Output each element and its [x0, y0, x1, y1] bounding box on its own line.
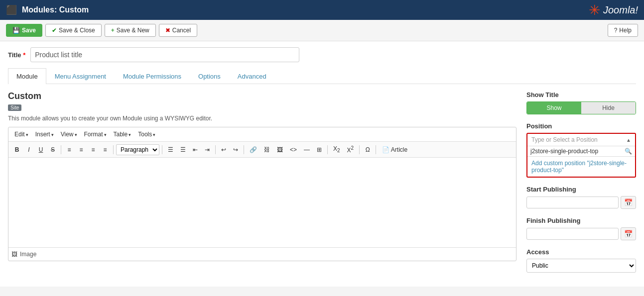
editor-column: Custom Site This module allows you to cr…	[8, 91, 516, 281]
page-title: Modules: Custom	[22, 5, 89, 14]
strikethrough-button[interactable]: S	[47, 144, 58, 155]
unlink-button[interactable]: ⛓	[261, 144, 273, 155]
align-justify-button[interactable]: ≡	[100, 144, 111, 155]
joomla-cube-icon: ⬛	[6, 4, 17, 15]
title-field-label: Title *	[8, 51, 25, 59]
image-label[interactable]: Image	[20, 251, 36, 258]
hr-button[interactable]: —	[301, 144, 313, 155]
help-icon: ?	[614, 27, 618, 34]
image-icon: 🖼	[11, 251, 17, 258]
tab-content: Custom Site This module allows you to cr…	[8, 91, 636, 281]
joomla-star-icon: ✳	[589, 2, 600, 18]
separator-5	[244, 145, 244, 154]
separator-4	[215, 145, 216, 154]
save-new-button[interactable]: + Save & New	[105, 24, 156, 37]
insert-image-button[interactable]: 🖼	[274, 144, 286, 155]
save-icon: 💾	[12, 27, 20, 34]
tab-options[interactable]: Options	[190, 68, 229, 84]
plus-icon: +	[111, 27, 115, 34]
finish-publishing-calendar-button[interactable]: 📅	[621, 227, 636, 240]
ordered-list-button[interactable]: ☰	[177, 144, 189, 155]
article-button[interactable]: 📄 Article	[379, 144, 411, 155]
position-label: Position	[526, 122, 636, 130]
save-label: Save	[22, 27, 36, 34]
undo-button[interactable]: ↩	[218, 144, 229, 155]
position-dropdown[interactable]: Type or Select a Position ▲ 🔍 Add custom…	[526, 133, 636, 178]
check-icon: ✔	[52, 27, 57, 34]
editor-menu-edit[interactable]: Edit▾	[11, 129, 31, 139]
editor-menubar: Edit▾ Insert▾ View▾ Format▾ Table▾ Tools…	[8, 127, 516, 142]
finish-publishing-label: Finish Publishing	[526, 217, 636, 224]
align-right-button[interactable]: ≡	[88, 144, 99, 155]
italic-button[interactable]: I	[23, 144, 34, 155]
joomla-logo: ✳ Joomla!	[589, 2, 638, 18]
tabs-nav: Module Menu Assignment Module Permission…	[8, 68, 636, 84]
show-title-section: Show Title Show Hide	[526, 91, 636, 114]
special-chars-button[interactable]: Ω	[362, 144, 373, 155]
indent-button[interactable]: ⇥	[202, 144, 213, 155]
start-publishing-calendar-button[interactable]: 📅	[621, 196, 636, 209]
help-button[interactable]: ? Help	[608, 24, 638, 37]
show-title-label: Show Title	[526, 91, 636, 99]
start-publishing-label: Start Publishing	[526, 186, 636, 193]
save-close-button[interactable]: ✔ Save & Close	[45, 24, 102, 37]
source-code-button[interactable]: <>	[287, 144, 300, 155]
separator-3	[162, 145, 162, 154]
tab-module-permissions[interactable]: Module Permissions	[115, 68, 190, 84]
finish-publishing-input[interactable]	[526, 228, 619, 240]
unordered-list-button[interactable]: ☰	[165, 144, 176, 155]
paragraph-select[interactable]: Paragraph Heading 1 Heading 2 Heading 3	[116, 144, 159, 155]
align-left-button[interactable]: ≡	[64, 144, 75, 155]
position-dropdown-header[interactable]: Type or Select a Position ▲	[527, 134, 635, 146]
top-bar: ⬛ Modules: Custom ✳ Joomla!	[0, 0, 644, 20]
position-caret-icon: ▲	[626, 137, 631, 143]
start-publishing-row: 📅	[526, 196, 636, 209]
cancel-icon: ✖	[165, 27, 170, 34]
cancel-button[interactable]: ✖ Cancel	[159, 24, 197, 37]
save-button[interactable]: 💾 Save	[6, 24, 42, 37]
tab-menu-assignment[interactable]: Menu Assignment	[46, 68, 115, 84]
wysiwyg-editor: Edit▾ Insert▾ View▾ Format▾ Table▾ Tools…	[8, 127, 516, 261]
site-badge: Site	[8, 104, 21, 111]
align-center-button[interactable]: ≡	[76, 144, 87, 155]
subscript-button[interactable]: X2	[330, 143, 343, 155]
position-search-input[interactable]	[530, 148, 623, 155]
show-hide-toggle: Show Hide	[526, 101, 636, 114]
start-publishing-input[interactable]	[526, 197, 619, 208]
position-placeholder: Type or Select a Position	[531, 136, 598, 143]
module-description: This module allows you to create your ow…	[8, 115, 516, 122]
show-button[interactable]: Show	[527, 102, 581, 114]
table-button[interactable]: ⊞	[314, 144, 325, 155]
underline-button[interactable]: U	[35, 144, 46, 155]
title-row: Title *	[8, 47, 636, 62]
editor-menu-insert[interactable]: Insert▾	[32, 129, 57, 139]
position-section: Position Type or Select a Position ▲ 🔍 A…	[526, 122, 636, 178]
sidebar-column: Show Title Show Hide Position Type or Se…	[526, 91, 636, 281]
module-type-title: Custom	[8, 91, 516, 101]
access-select[interactable]: Public Registered Special	[526, 259, 636, 273]
editor-menu-view[interactable]: View▾	[58, 129, 80, 139]
separator-6	[327, 145, 328, 154]
editor-body[interactable]	[8, 158, 516, 247]
superscript-button[interactable]: X2	[344, 143, 357, 156]
toolbar: 💾 Save ✔ Save & Close + Save & New ✖ Can…	[0, 20, 644, 41]
editor-menu-format[interactable]: Format▾	[81, 129, 110, 139]
outdent-button[interactable]: ⇤	[190, 144, 201, 155]
tab-module[interactable]: Module	[8, 68, 46, 84]
joomla-brand-text: Joomla!	[603, 4, 638, 16]
finish-publishing-section: Finish Publishing 📅	[526, 217, 636, 240]
bold-button[interactable]: B	[11, 144, 22, 155]
editor-toolbar: B I U S ≡ ≡ ≡ ≡ Paragraph Heading 1 Head…	[8, 142, 516, 158]
editor-menu-table[interactable]: Table▾	[111, 129, 134, 139]
editor-menu-tools[interactable]: Tools▾	[135, 129, 158, 139]
position-add-custom-option[interactable]: Add custom position "j2store-single-prod…	[527, 157, 635, 177]
save-new-label: Save & New	[117, 27, 149, 34]
hide-button[interactable]: Hide	[581, 102, 636, 114]
redo-button[interactable]: ↪	[230, 144, 241, 155]
tab-advanced[interactable]: Advanced	[229, 68, 275, 84]
separator-8	[376, 145, 376, 154]
main-content: Title * Module Menu Assignment Module Pe…	[0, 41, 644, 287]
title-input[interactable]	[30, 47, 299, 62]
search-icon: 🔍	[625, 148, 632, 155]
link-button[interactable]: 🔗	[247, 144, 260, 155]
